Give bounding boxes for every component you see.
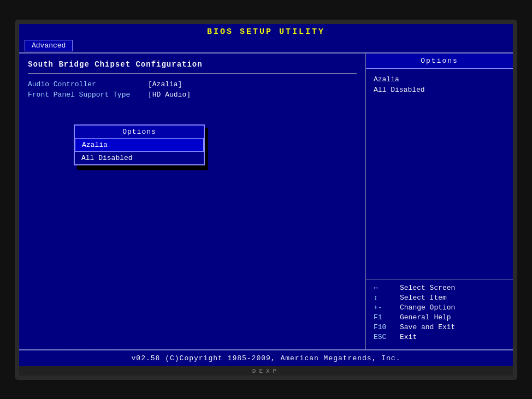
nav-bar: Advanced (19, 39, 513, 52)
main-area: South Bridge Chipset Configuration Audio… (19, 53, 513, 349)
section-title: South Bridge Chipset Configuration (28, 60, 357, 69)
options-panel-title: Options (366, 53, 513, 69)
keybind-general-help: F1 General Help (374, 313, 505, 321)
popup-box: Options Azalia All Disabled (74, 124, 205, 165)
section-divider (28, 73, 357, 74)
monitor-brand: DEXP (19, 366, 513, 376)
keybind-key-updown: ↕ (374, 294, 400, 302)
keybind-change-option: +- Change Option (374, 303, 505, 312)
keybind-key-f1: F1 (374, 313, 400, 321)
footer-text: v02.58 (C)Copyright 1985-2009, American … (132, 354, 401, 362)
keybind-desc-change-option: Change Option (400, 303, 455, 312)
footer-bar: v02.58 (C)Copyright 1985-2009, American … (19, 349, 513, 366)
keybind-key-esc: ESC (374, 333, 400, 341)
option-all-disabled: All Disabled (374, 86, 505, 94)
keybind-desc-select-screen: Select Screen (400, 284, 455, 292)
keybind-desc-select-item: Select Item (400, 294, 447, 302)
keybind-desc-general-help: General Help (400, 313, 451, 321)
config-value-audio: [Azalia] (148, 80, 182, 88)
keybind-select-item: ↕ Select Item (374, 294, 505, 302)
keybind-desc-exit: Exit (400, 333, 417, 341)
config-row-audio: Audio Controller [Azalia] (28, 80, 357, 88)
keybind-exit: ESC Exit (374, 333, 505, 341)
bios-title: BIOS SETUP UTILITY (19, 24, 513, 39)
popup-container: Options Azalia All Disabled (74, 124, 205, 165)
keybind-save-exit: F10 Save and Exit (374, 323, 505, 331)
option-azalia: Azalia (374, 75, 505, 84)
keybind-key-plusminus: +- (374, 303, 400, 312)
options-content: Azalia All Disabled (366, 69, 513, 279)
config-label-audio: Audio Controller (28, 80, 148, 88)
left-panel: South Bridge Chipset Configuration Audio… (19, 53, 365, 349)
popup-item-all-disabled[interactable]: All Disabled (75, 152, 204, 164)
keybind-section: ↔ Select Screen ↕ Select Item +- Change … (366, 279, 513, 349)
keybind-key-f10: F10 (374, 323, 400, 331)
popup-title: Options (75, 126, 204, 138)
config-row-front-panel: Front Panel Support Type [HD Audio] (28, 91, 357, 99)
right-panel: Options Azalia All Disabled ↔ Select Scr… (365, 53, 513, 349)
popup-item-azalia[interactable]: Azalia (75, 138, 204, 152)
keybind-key-arrows: ↔ (374, 284, 400, 292)
bios-screen: BIOS SETUP UTILITY Advanced South Bridge… (19, 24, 513, 366)
title-text: BIOS SETUP UTILITY (207, 27, 325, 37)
config-value-front-panel: [HD Audio] (148, 91, 191, 99)
monitor: BIOS SETUP UTILITY Advanced South Bridge… (15, 20, 517, 380)
keybind-select-screen: ↔ Select Screen (374, 284, 505, 292)
keybind-desc-save-exit: Save and Exit (400, 323, 455, 331)
nav-item-advanced[interactable]: Advanced (25, 40, 73, 51)
config-label-front-panel: Front Panel Support Type (28, 91, 148, 99)
